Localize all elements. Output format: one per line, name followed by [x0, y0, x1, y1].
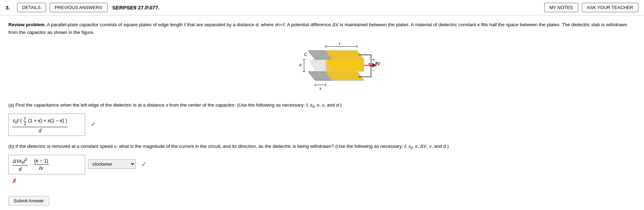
right-buttons: MY NOTES ASK YOUR TEACHER [544, 3, 638, 12]
part-b-numerator-right: (κ − 1) [34, 158, 49, 165]
part-b-label: (b) If the dielectric is removed at a co… [8, 144, 636, 150]
part-b-answer-box: ΔVε0ℓ2 d · (κ − 1) ℓv [8, 155, 85, 174]
part-b-x-mark-row: ✗ [9, 177, 636, 185]
part-a-answer-row: ε0ℓ ( ℓ 2 (1 + κ) + x(1 − κ) ) d ✓ [8, 111, 636, 137]
svg-text:+: + [372, 57, 375, 62]
svg-text:ΔV: ΔV [374, 61, 380, 66]
part-a-checkmark: ✓ [91, 121, 96, 128]
svg-text:ℓ: ℓ [339, 42, 340, 46]
part-b-fraction-right: (κ − 1) ℓv [34, 158, 49, 171]
figure-container: ℓ C d x v + − [36, 40, 636, 96]
svg-text:C: C [304, 52, 307, 57]
part-b-text: (b) If the dielectric is removed at a co… [8, 144, 449, 149]
part-b-numerator-left: ΔVε0ℓ2 [12, 157, 28, 166]
part-a-label: (a) Find the capacitance when the left e… [8, 102, 636, 109]
part-b-fraction-left: ΔVε0ℓ2 d [12, 157, 28, 172]
svg-text:x: x [319, 86, 321, 90]
part-a-answer-box: ε0ℓ ( ℓ 2 (1 + κ) + x(1 − κ) ) d [8, 114, 85, 136]
svg-text:−: − [372, 68, 375, 73]
svg-text:d: d [299, 63, 302, 67]
part-a-fraction: ε0ℓ ( ℓ 2 (1 + κ) + x(1 − κ) ) d [12, 116, 68, 133]
previous-answers-button[interactable]: PREVIOUS ANSWERS [50, 3, 108, 12]
part-a-numerator: ε0ℓ ( ℓ 2 (1 + κ) + x(1 − κ) ) [12, 116, 68, 127]
top-bar: 3. DETAILS PREVIOUS ANSWERS SERPSE9 27.P… [0, 0, 644, 15]
direction-select[interactable]: clockwise counterclockwise [88, 159, 136, 169]
ask-teacher-button[interactable]: ASK YOUR TEACHER [582, 3, 638, 12]
details-button[interactable]: DETAILS [17, 3, 46, 12]
part-b-denominator-right: ℓv [38, 165, 44, 171]
capacitor-figure: ℓ C d x v + − [287, 40, 385, 96]
problem-number: 3. [6, 5, 10, 10]
part-b-direction-checkmark: ✓ [141, 160, 147, 168]
part-b-denominator-left: d [18, 166, 22, 172]
content-area: Review problem. A parallel-plate capacit… [0, 15, 644, 210]
part-a-text: (a) Find the capacitance when the left e… [8, 102, 342, 108]
part-b-answer-row: ΔVε0ℓ2 d · (κ − 1) ℓv clockwise counterc… [8, 153, 636, 176]
problem-id: SERPSE9 27.P.077. [112, 5, 160, 10]
review-problem-label: Review problem. [8, 22, 46, 27]
submit-area: Submit Answer [8, 191, 636, 205]
part-a-denominator: d [38, 127, 42, 133]
my-notes-button[interactable]: MY NOTES [544, 3, 578, 12]
problem-description: Review problem. A parallel-plate capacit… [8, 21, 636, 36]
part-b-x-mark: ✗ [12, 178, 17, 184]
problem-description-text: A parallel-plate capacitor consists of s… [8, 22, 627, 35]
submit-button[interactable]: Submit Answer [8, 196, 49, 205]
